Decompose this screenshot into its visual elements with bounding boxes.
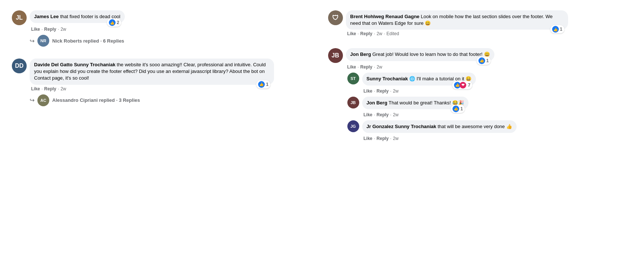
action-row-brent: Like · Reply · 2w · Edited xyxy=(346,31,633,36)
avatar-jon: JB xyxy=(328,48,343,63)
comment-row-brent: 🛡 Brent Hohlweg Renaud Gagne Look on mob… xyxy=(328,10,633,30)
like-action-brent[interactable]: Like xyxy=(347,31,356,36)
like-badge-davide: 👍 1 xyxy=(256,80,270,88)
bubble-jon: Jon Berg Great job! Would love to learn … xyxy=(346,48,494,61)
thumbs-up-icon-2: 👍 xyxy=(258,81,265,88)
sub-comment-sunny: ST Sunny Trochaniak 🌐 I'll make a tutori… xyxy=(347,73,633,85)
replies-text-james[interactable]: Nick Roberts replied · 6 Replies xyxy=(52,38,124,44)
like-action-jon[interactable]: Like xyxy=(347,64,356,70)
page-container: JL James Lee that fixed footer is dead c… xyxy=(0,0,644,160)
author-davide: Davide Del Gatto xyxy=(34,62,73,67)
timestamp-sunny: 2w xyxy=(393,88,398,94)
timestamp-brent: 2w xyxy=(377,31,382,36)
replies-row-davide: ↪ AC Alessandro Cipriani replied · 3 Rep… xyxy=(30,94,316,106)
author-james: James Lee xyxy=(34,14,59,19)
action-row-james: Like · Reply · 2w xyxy=(30,27,316,32)
reply-action-sunny[interactable]: Reply xyxy=(377,88,389,94)
reply-action-jon2[interactable]: Reply xyxy=(377,112,389,117)
sub-comment-jon2: JB Jon Berg That would be great! Thanks!… xyxy=(347,97,633,109)
left-column: JL James Lee that fixed footer is dead c… xyxy=(6,6,322,154)
reply-action-davide[interactable]: Reply xyxy=(44,86,56,91)
avatar-davide: DD xyxy=(12,59,27,73)
author-sunny: Sunny Trochaniak xyxy=(367,76,408,81)
action-row-sunny: Like · Reply · 2w xyxy=(362,88,633,94)
timestamp-davide: 2w xyxy=(60,86,66,91)
like-badge-jon2: 👍 1 xyxy=(451,105,465,113)
thumbs-up-icon-3: 👍 xyxy=(552,26,559,33)
reply-action-jr[interactable]: Reply xyxy=(377,136,389,141)
like-action-davide[interactable]: Like xyxy=(31,86,40,91)
avatar-nick: NR xyxy=(37,35,49,47)
like-action-james[interactable]: Like xyxy=(31,27,40,32)
avatar-james: JL xyxy=(12,10,27,25)
right-column: 🛡 Brent Hohlweg Renaud Gagne Look on mob… xyxy=(322,6,638,154)
action-row-jon: Like · Reply · 2w xyxy=(346,64,633,70)
comment-block-davide: DD Davide Del Gatto Sunny Trochaniak the… xyxy=(12,59,316,106)
like-badge-brent: 👍 1 xyxy=(550,25,564,33)
like-action-sunny[interactable]: Like xyxy=(364,88,373,94)
replies-row-james: ↪ NR Nick Roberts replied · 6 Replies xyxy=(30,35,316,47)
action-row-jon2: Like · Reply · 2w xyxy=(362,112,633,117)
reply-arrow-icon: ↪ xyxy=(30,37,34,44)
reply-action-jon[interactable]: Reply xyxy=(360,64,373,70)
like-action-jon2[interactable]: Like xyxy=(364,112,373,117)
reply-action-james[interactable]: Reply xyxy=(44,27,56,32)
timestamp-jon: 2w xyxy=(377,64,382,70)
timestamp-jr: 2w xyxy=(393,136,398,141)
comment-block-jon: JB Jon Berg Great job! Would love to lea… xyxy=(328,48,633,141)
like-badge-jon: 👍 1 xyxy=(477,57,491,65)
thumbs-up-icon: 👍 xyxy=(109,19,116,26)
bubble-james: James Lee that fixed footer is dead cool… xyxy=(30,10,125,23)
comment-row-jon: JB Jon Berg Great job! Would love to lea… xyxy=(328,48,633,63)
author-jon2: Jon Berg xyxy=(367,100,387,106)
edited-label-brent: Edited xyxy=(387,31,399,36)
thumbs-up-icon-4: 👍 xyxy=(478,57,485,64)
avatar-jr: JG xyxy=(347,120,359,132)
comment-row-davide: DD Davide Del Gatto Sunny Trochaniak the… xyxy=(12,59,316,85)
bubble-brent: Brent Hohlweg Renaud Gagne Look on mobil… xyxy=(346,10,568,30)
avatar-brent: 🛡 xyxy=(328,10,343,25)
avatar-jon2: JB xyxy=(347,97,359,108)
replies-text-davide[interactable]: Alessandro Cipriani replied · 3 Replies xyxy=(52,97,140,103)
comment-row-james: JL James Lee that fixed footer is dead c… xyxy=(12,10,316,25)
timestamp-jon2: 2w xyxy=(393,112,398,117)
thumbs-up-icon-6: 👍 xyxy=(453,106,459,112)
bubble-jr: Jr Gonzalez Sunny Trochaniak that will b… xyxy=(362,120,517,133)
heart-icon: ❤ xyxy=(460,82,466,88)
like-badge-james: 👍 2 xyxy=(107,19,121,27)
avatar-alex: AC xyxy=(37,94,49,106)
tagged-renaud: Renaud Gagne xyxy=(386,14,420,19)
like-badge-sunny: 👍 ❤ 7 xyxy=(452,81,473,89)
author-brent: Brent Hohlweg xyxy=(350,14,384,19)
action-row-jr: Like · Reply · 2w xyxy=(362,136,633,141)
reply-action-brent[interactable]: Reply xyxy=(360,31,373,36)
bubble-davide: Davide Del Gatto Sunny Trochaniak the we… xyxy=(30,59,274,85)
author-jon: Jon Berg xyxy=(350,51,371,57)
avatar-sunny: ST xyxy=(347,73,359,84)
sub-comments-jon: ST Sunny Trochaniak 🌐 I'll make a tutori… xyxy=(347,73,633,141)
bubble-sunny: Sunny Trochaniak 🌐 I'll make a tutorial … xyxy=(362,73,476,85)
author-jr: Jr Gonzalez xyxy=(367,124,394,129)
sub-comment-jr: JG Jr Gonzalez Sunny Trochaniak that wil… xyxy=(347,120,633,133)
comment-block-brent: 🛡 Brent Hohlweg Renaud Gagne Look on mob… xyxy=(328,10,633,36)
tagged-sunny-2: Sunny Trochaniak xyxy=(395,124,436,129)
action-row-davide: Like · Reply · 2w xyxy=(30,86,316,91)
tagged-sunny-1: Sunny Trochaniak xyxy=(74,62,116,67)
comment-block-james: JL James Lee that fixed footer is dead c… xyxy=(12,10,316,47)
timestamp-james: 2w xyxy=(60,27,66,32)
reply-arrow-icon-2: ↪ xyxy=(30,97,34,104)
bubble-jon2: Jon Berg That would be great! Thanks! 😂🎉… xyxy=(362,97,468,109)
like-action-jr[interactable]: Like xyxy=(364,136,373,141)
